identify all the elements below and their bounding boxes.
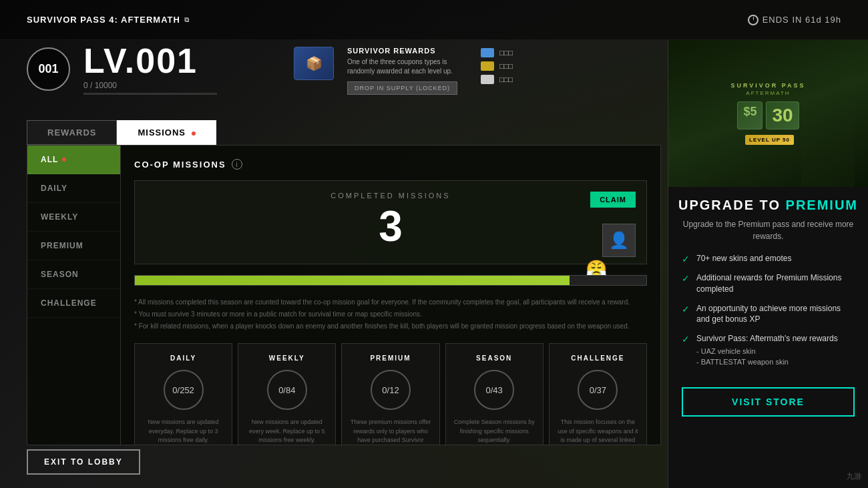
tab-missions-label: MISSIONS bbox=[138, 128, 186, 138]
stat-challenge-circle: 0/37 bbox=[578, 370, 618, 410]
survivor-rewards: 📦 SURVIVOR REWARDS One of the three coup… bbox=[294, 47, 513, 95]
timer-icon bbox=[748, 15, 758, 25]
stat-challenge-progress: 0/37 bbox=[590, 385, 606, 395]
stat-card-weekly: WEEKLY 0/84 New missions are updated eve… bbox=[238, 343, 336, 445]
sidebar-item-season[interactable]: SEASON bbox=[27, 260, 120, 289]
pass-name: SURVIVOR PASS bbox=[730, 82, 805, 89]
sidebar-item-challenge[interactable]: CHALLENGE bbox=[27, 289, 120, 318]
pass-subtitle: AFTERMATH bbox=[730, 90, 805, 96]
stat-weekly-desc: New missions are updated every week. Rep… bbox=[246, 418, 327, 445]
reward-color-gold bbox=[481, 61, 494, 71]
check-icon-missions: ✓ bbox=[682, 304, 690, 314]
stat-premium-circle: 0/12 bbox=[371, 370, 411, 410]
reward-info: SURVIVOR REWARDS One of the three coupon… bbox=[347, 47, 467, 95]
stat-daily-desc: New missions are updated everyday. Repla… bbox=[143, 418, 224, 445]
check-icon-skins: ✓ bbox=[682, 254, 690, 264]
feature-new-rewards-text: Survivor Pass: Aftermath's new rewards bbox=[696, 333, 838, 344]
feature-skins-text: 70+ new skins and emotes bbox=[696, 253, 791, 264]
sidebar-all-dot bbox=[62, 158, 66, 162]
mission-panel: ALL DAILY WEEKLY PREMIUM SEASON CHALLENG… bbox=[27, 145, 661, 445]
reward-avatar: 👤 bbox=[602, 224, 636, 257]
stat-premium-desc: These premium missions offer rewards onl… bbox=[350, 418, 431, 445]
level-info: LV.001 0 / 10000 bbox=[83, 43, 217, 95]
reward-item-blue: □□□ bbox=[481, 48, 513, 57]
sidebar-premium-label: PREMIUM bbox=[41, 241, 83, 250]
sidebar-season-label: SEASON bbox=[41, 270, 79, 279]
tab-rewards[interactable]: REWARDS bbox=[27, 120, 117, 145]
stat-premium-name: PREMIUM bbox=[350, 354, 431, 362]
stat-challenge-name: CHALLENGE bbox=[558, 354, 638, 362]
note-3: * For kill related missions, when a play… bbox=[134, 320, 647, 332]
sidebar-all-label: ALL bbox=[41, 155, 58, 164]
stat-weekly-progress: 0/84 bbox=[278, 385, 295, 395]
feature-missions-text: An opportunity to achieve more missions … bbox=[696, 303, 855, 326]
feature-item-missions: ✓ An opportunity to achieve more mission… bbox=[682, 303, 855, 326]
feature-sub-uaz: - UAZ vehicle skin bbox=[696, 347, 838, 355]
reward-label-blue: □□□ bbox=[499, 49, 513, 57]
sidebar-item-all[interactable]: ALL bbox=[27, 146, 120, 174]
exit-lobby-button[interactable]: EXIT TO LOBBY bbox=[27, 449, 140, 475]
feature-rewards-text: Additional rewards for Premium Missions … bbox=[696, 272, 855, 295]
sidebar-item-weekly[interactable]: WEEKLY bbox=[27, 203, 120, 232]
visit-store-button[interactable]: VISIT STORE bbox=[682, 387, 855, 417]
progress-bar bbox=[134, 275, 647, 286]
stat-card-premium: PREMIUM 0/12 These premium missions offe… bbox=[341, 343, 439, 445]
timer: ENDS IN 61d 19h bbox=[748, 15, 841, 25]
stat-card-daily: DAILY 0/252 New missions are updated eve… bbox=[134, 343, 232, 445]
character-silhouette bbox=[801, 80, 855, 187]
reward-list: □□□ □□□ □□□ bbox=[481, 48, 513, 84]
reward-label-grey: □□□ bbox=[499, 75, 513, 83]
progress-container: 😤 bbox=[134, 275, 647, 286]
completed-count: 3 bbox=[148, 205, 633, 248]
stats-grid: DAILY 0/252 New missions are updated eve… bbox=[134, 343, 647, 445]
feature-sub-battlestat: - BATTLESTAT weapon skin bbox=[696, 358, 838, 366]
progress-fill bbox=[135, 276, 570, 285]
sidebar-challenge-label: CHALLENGE bbox=[41, 298, 97, 308]
stat-weekly-name: WEEKLY bbox=[246, 354, 327, 362]
bill-5: $5 bbox=[737, 101, 763, 130]
tabs: REWARDS MISSIONS bbox=[27, 120, 661, 145]
coop-title: CO-OP MISSIONS bbox=[134, 160, 226, 170]
sidebar-item-daily[interactable]: DAILY bbox=[27, 174, 120, 203]
bill-30: 30 bbox=[766, 101, 799, 130]
claim-button[interactable]: CLAIM bbox=[590, 192, 636, 208]
coop-header: CO-OP MISSIONS i bbox=[134, 159, 647, 170]
premium-panel: SURVIVOR PASS AFTERMATH $5 30 LEVEL UP 5… bbox=[668, 40, 868, 488]
stat-weekly-circle: 0/84 bbox=[267, 370, 307, 410]
sidebar-item-premium[interactable]: PREMIUM bbox=[27, 232, 120, 260]
upgrade-premium-text: PREMIUM bbox=[786, 198, 858, 212]
coop-notes: * All missions completed this season are… bbox=[134, 296, 647, 332]
mission-content: CO-OP MISSIONS i COMPLETED MISSIONS 3 CL… bbox=[121, 146, 660, 445]
tab-missions[interactable]: MISSIONS bbox=[117, 120, 216, 145]
upgrade-title: UPGRADE TO PREMIUM bbox=[678, 198, 858, 213]
feature-item-new-rewards: ✓ Survivor Pass: Aftermath's new rewards… bbox=[682, 333, 855, 366]
external-link-icon[interactable]: ⧉ bbox=[184, 16, 190, 24]
level-number: LV.001 bbox=[83, 43, 217, 78]
coop-info-icon[interactable]: i bbox=[232, 159, 242, 170]
premium-card-image: SURVIVOR PASS AFTERMATH $5 30 LEVEL UP 5… bbox=[668, 40, 868, 187]
header: SURVIVOR PASS 4: AFTERMATH ⧉ ENDS IN 61d… bbox=[0, 0, 868, 40]
reward-color-grey bbox=[481, 75, 494, 84]
check-icon-new-rewards: ✓ bbox=[682, 334, 690, 344]
stat-season-progress: 0/43 bbox=[486, 385, 503, 395]
stat-challenge-desc: This mission focuses on the use of speci… bbox=[558, 418, 638, 445]
stat-season-circle: 0/43 bbox=[474, 370, 514, 410]
note-2: * You must survive 3 minutes or more in … bbox=[134, 308, 647, 320]
stat-premium-progress: 0/12 bbox=[382, 385, 399, 395]
feature-item-rewards: ✓ Additional rewards for Premium Mission… bbox=[682, 272, 855, 295]
reward-color-blue bbox=[481, 48, 494, 57]
sidebar-daily-label: DAILY bbox=[41, 184, 67, 193]
drop-supply-button[interactable]: DROP IN SUPPLY (LOCKED) bbox=[347, 81, 457, 95]
level-circle: 001 bbox=[27, 47, 70, 91]
upgrade-desc: Upgrade to the Premium pass and receive … bbox=[668, 218, 868, 242]
level-section: 001 LV.001 0 / 10000 bbox=[27, 43, 217, 95]
xp-bar bbox=[83, 93, 217, 95]
reward-desc: One of the three coupons types is random… bbox=[347, 57, 467, 76]
level-xp-label: 0 / 10000 bbox=[83, 81, 217, 90]
stat-season-desc: Complete Season missions by finishing sp… bbox=[454, 418, 535, 445]
completed-banner: COMPLETED MISSIONS 3 CLAIM 👤 bbox=[134, 180, 647, 264]
premium-card-content: SURVIVOR PASS AFTERMATH $5 30 LEVEL UP 5… bbox=[730, 82, 805, 145]
tab-rewards-label: REWARDS bbox=[47, 128, 96, 138]
stat-daily-circle: 0/252 bbox=[164, 370, 204, 410]
premium-features: ✓ 70+ new skins and emotes ✓ Additional … bbox=[668, 253, 868, 374]
